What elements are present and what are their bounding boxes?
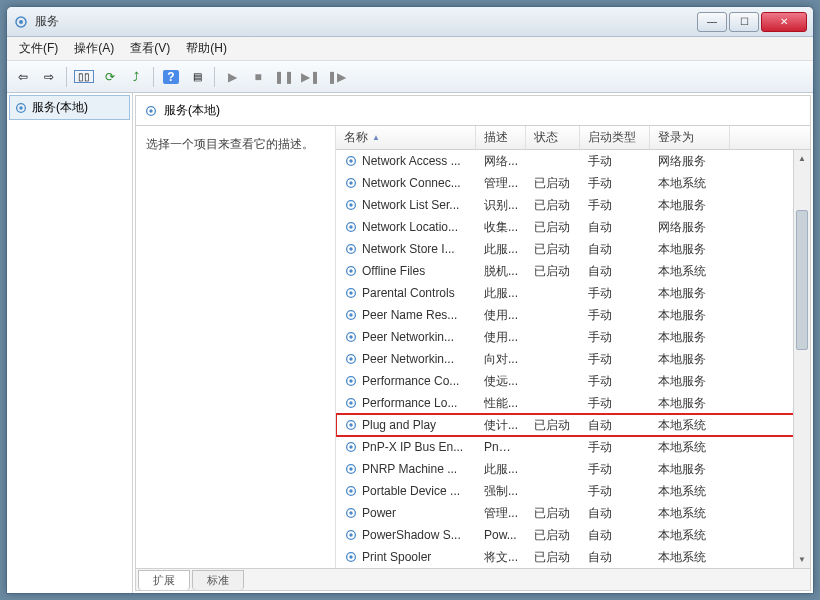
service-startup-cell: 自动 [580, 263, 650, 280]
menu-help[interactable]: 帮助(H) [178, 37, 235, 60]
service-name-cell: Power [336, 506, 476, 520]
gear-icon [344, 176, 358, 190]
service-name-cell: Peer Networkin... [336, 330, 476, 344]
refresh-button[interactable]: ⟳ [98, 65, 122, 89]
column-description[interactable]: 描述 [476, 126, 526, 149]
service-row[interactable]: Print Spooler将文...已启动自动本地系统 [336, 546, 810, 568]
service-row[interactable]: PowerShadow S...Pow...已启动自动本地系统 [336, 524, 810, 546]
svg-point-23 [349, 335, 353, 339]
service-row[interactable]: Network Access ...网络...手动网络服务 [336, 150, 810, 172]
column-startup-type[interactable]: 启动类型 [580, 126, 650, 149]
service-startup-cell: 自动 [580, 417, 650, 434]
column-logon-as[interactable]: 登录为 [650, 126, 730, 149]
details-body: 选择一个项目来查看它的描述。 名称▲ 描述 状态 启动类型 登录为 Networ… [136, 126, 810, 568]
service-row[interactable]: Power管理...已启动自动本地系统 [336, 502, 810, 524]
description-prompt: 选择一个项目来查看它的描述。 [146, 137, 314, 151]
svg-point-39 [349, 511, 353, 515]
start-service-button[interactable]: ▶ [220, 65, 244, 89]
service-row[interactable]: Offline Files脱机...已启动自动本地系统 [336, 260, 810, 282]
tab-extended[interactable]: 扩展 [138, 570, 190, 590]
menu-view[interactable]: 查看(V) [122, 37, 178, 60]
service-row[interactable]: Peer Networkin...使用...手动本地服务 [336, 326, 810, 348]
help-button[interactable]: ? [159, 65, 183, 89]
maximize-button[interactable]: ☐ [729, 12, 759, 32]
toolbar: ⇦ ⇨ ▯▯ ⟳ ⤴ ? ▤ ▶ ■ ❚❚ ▶❚ ❚▶ [7, 61, 813, 93]
minimize-button[interactable]: — [697, 12, 727, 32]
step-service-button[interactable]: ▶❚ [298, 65, 322, 89]
service-logon-cell: 本地服务 [650, 241, 730, 258]
service-status-cell: 已启动 [526, 263, 580, 280]
scrollbar-vertical[interactable]: ▲ ▼ [793, 150, 810, 568]
svg-point-37 [349, 489, 353, 493]
close-button[interactable]: ✕ [761, 12, 807, 32]
gear-icon [344, 484, 358, 498]
svg-point-9 [349, 181, 353, 185]
export-icon: ⤴ [133, 70, 139, 84]
service-row[interactable]: Network List Ser...识别...已启动手动本地服务 [336, 194, 810, 216]
pause-service-button[interactable]: ❚❚ [272, 65, 296, 89]
services-app-icon [13, 14, 29, 30]
scroll-up-icon[interactable]: ▲ [794, 150, 810, 167]
service-startup-cell: 手动 [580, 395, 650, 412]
service-row[interactable]: PnP-X IP Bus En...PnP-...手动本地系统 [336, 436, 810, 458]
service-desc-cell: 脱机... [476, 263, 526, 280]
service-logon-cell: 本地服务 [650, 329, 730, 346]
service-row[interactable]: Peer Name Res...使用...手动本地服务 [336, 304, 810, 326]
svg-point-13 [349, 225, 353, 229]
svg-point-1 [19, 20, 23, 24]
service-row[interactable]: Parental Controls此服...手动本地服务 [336, 282, 810, 304]
gear-icon [344, 528, 358, 542]
forward-button[interactable]: ⇨ [37, 65, 61, 89]
service-row[interactable]: Network Locatio...收集...已启动自动网络服务 [336, 216, 810, 238]
service-row[interactable]: Plug and Play使计...已启动自动本地系统 [336, 414, 810, 436]
service-startup-cell: 手动 [580, 329, 650, 346]
stop-service-button[interactable]: ■ [246, 65, 270, 89]
service-name-cell: Performance Co... [336, 374, 476, 388]
service-logon-cell: 本地系统 [650, 549, 730, 566]
service-row[interactable]: Peer Networkin...向对...手动本地服务 [336, 348, 810, 370]
menu-action[interactable]: 操作(A) [66, 37, 122, 60]
service-row[interactable]: Portable Device ...强制...手动本地系统 [336, 480, 810, 502]
service-name-cell: Portable Device ... [336, 484, 476, 498]
gear-icon [344, 352, 358, 366]
export-button[interactable]: ⤴ [124, 65, 148, 89]
gear-icon [344, 198, 358, 212]
properties-button[interactable]: ▤ [185, 65, 209, 89]
details-header: 服务(本地) [136, 96, 810, 126]
scroll-down-icon[interactable]: ▼ [794, 551, 810, 568]
service-row[interactable]: Network Connec...管理...已启动手动本地系统 [336, 172, 810, 194]
gear-icon [344, 440, 358, 454]
gear-icon [344, 418, 358, 432]
service-startup-cell: 手动 [580, 461, 650, 478]
service-logon-cell: 网络服务 [650, 153, 730, 170]
service-desc-cell: 网络... [476, 153, 526, 170]
back-button[interactable]: ⇦ [11, 65, 35, 89]
menu-file[interactable]: 文件(F) [11, 37, 66, 60]
svg-point-11 [349, 203, 353, 207]
help-icon: ? [163, 70, 178, 84]
column-status[interactable]: 状态 [526, 126, 580, 149]
show-hide-tree-button[interactable]: ▯▯ [72, 65, 96, 89]
service-desc-cell: 性能... [476, 395, 526, 412]
service-name-cell: Network Locatio... [336, 220, 476, 234]
service-row[interactable]: PNRP Machine ...此服...手动本地服务 [336, 458, 810, 480]
details-heading: 服务(本地) [164, 102, 220, 119]
service-startup-cell: 手动 [580, 197, 650, 214]
tab-standard[interactable]: 标准 [192, 570, 244, 590]
service-desc-cell: PnP-... [476, 440, 526, 454]
restart-service-button[interactable]: ❚▶ [324, 65, 348, 89]
svg-point-19 [349, 291, 353, 295]
tree-root-item[interactable]: 服务(本地) [9, 95, 130, 120]
service-row[interactable]: Network Store I...此服...已启动自动本地服务 [336, 238, 810, 260]
gear-icon [344, 550, 358, 564]
service-name-cell: Network Access ... [336, 154, 476, 168]
column-name[interactable]: 名称▲ [336, 126, 476, 149]
service-row[interactable]: Performance Lo...性能...手动本地服务 [336, 392, 810, 414]
titlebar[interactable]: 服务 — ☐ ✕ [7, 7, 813, 37]
service-desc-cell: 收集... [476, 219, 526, 236]
gear-icon [344, 330, 358, 344]
description-pane: 选择一个项目来查看它的描述。 [136, 126, 336, 568]
gear-icon [344, 154, 358, 168]
service-row[interactable]: Performance Co...使远...手动本地服务 [336, 370, 810, 392]
scrollbar-thumb[interactable] [796, 210, 808, 350]
